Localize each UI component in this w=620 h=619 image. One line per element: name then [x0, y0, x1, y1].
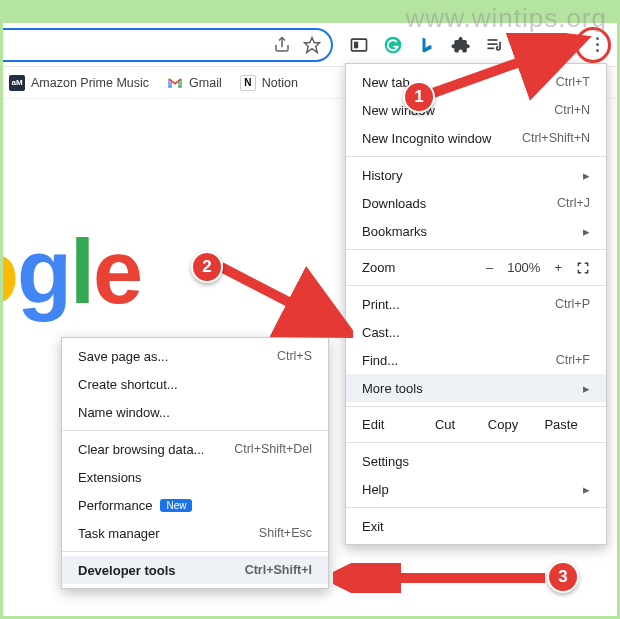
- address-bar[interactable]: [3, 28, 333, 62]
- share-icon[interactable]: [273, 36, 291, 54]
- menu-paste[interactable]: Paste: [532, 417, 590, 432]
- submenu-name-window[interactable]: Name window...: [62, 398, 328, 426]
- svg-rect-7: [522, 38, 537, 51]
- menu-print[interactable]: Print...Ctrl+P: [346, 290, 606, 318]
- menu-kebab-icon[interactable]: [585, 33, 609, 57]
- submenu-extensions[interactable]: Extensions: [62, 463, 328, 491]
- browser-toolbar: [3, 23, 617, 67]
- annotation-number-3: 3: [547, 561, 579, 593]
- menu-cast[interactable]: Cast...: [346, 318, 606, 346]
- svg-rect-2: [354, 41, 358, 48]
- submenu-developer-tools[interactable]: Developer toolsCtrl+Shift+I: [62, 556, 328, 584]
- menu-cut[interactable]: Cut: [416, 417, 474, 432]
- amazon-music-icon: aM: [9, 75, 25, 91]
- zoom-in-button[interactable]: +: [554, 260, 562, 275]
- zoom-out-button[interactable]: –: [486, 260, 493, 275]
- submenu-task-manager[interactable]: Task managerShift+Esc: [62, 519, 328, 547]
- notion-icon: N: [240, 75, 256, 91]
- menu-bookmarks[interactable]: Bookmarks▸: [346, 217, 606, 245]
- bookmark-star-icon[interactable]: [303, 36, 321, 54]
- menu-help[interactable]: Help▸: [346, 475, 606, 503]
- menu-new-tab[interactable]: New tabCtrl+T: [346, 68, 606, 96]
- new-badge: New: [160, 499, 192, 512]
- sidepanel-icon[interactable]: [517, 33, 541, 57]
- bookmark-label: Notion: [262, 76, 298, 90]
- extensions-puzzle-icon[interactable]: [449, 33, 473, 57]
- menu-downloads[interactable]: DownloadsCtrl+J: [346, 189, 606, 217]
- more-tools-submenu: Save page as...Ctrl+S Create shortcut...…: [61, 337, 329, 589]
- fullscreen-icon[interactable]: [576, 261, 590, 275]
- bookmark-amazon-prime[interactable]: aM Amazon Prime Music: [9, 75, 149, 91]
- grammarly-icon[interactable]: [381, 33, 405, 57]
- annotation-number-2: 2: [191, 251, 223, 283]
- menu-settings[interactable]: Settings: [346, 447, 606, 475]
- submenu-clear-data[interactable]: Clear browsing data...Ctrl+Shift+Del: [62, 435, 328, 463]
- menu-more-tools[interactable]: More tools▸: [346, 374, 606, 402]
- profile-avatar[interactable]: [551, 33, 575, 57]
- menu-edit-row: Edit Cut Copy Paste: [346, 411, 606, 438]
- menu-history[interactable]: History▸: [346, 161, 606, 189]
- playlist-icon[interactable]: [483, 33, 507, 57]
- chevron-right-icon: ▸: [583, 482, 590, 497]
- annotation-number-1: 1: [403, 81, 435, 113]
- svg-marker-0: [305, 37, 320, 52]
- zoom-value: 100%: [507, 260, 540, 275]
- google-logo: Google: [3, 221, 141, 324]
- chevron-right-icon: ▸: [583, 381, 590, 396]
- gmail-icon: [167, 75, 183, 91]
- bookmark-label: Amazon Prime Music: [31, 76, 149, 90]
- menu-new-window[interactable]: New windowCtrl+N: [346, 96, 606, 124]
- bing-icon[interactable]: [415, 33, 439, 57]
- menu-find[interactable]: Find...Ctrl+F: [346, 346, 606, 374]
- submenu-save-page[interactable]: Save page as...Ctrl+S: [62, 342, 328, 370]
- reader-icon[interactable]: [347, 33, 371, 57]
- zoom-label: Zoom: [362, 260, 395, 275]
- chevron-right-icon: ▸: [583, 224, 590, 239]
- svg-rect-1: [352, 39, 367, 51]
- bookmark-label: Gmail: [189, 76, 222, 90]
- chevron-right-icon: ▸: [583, 168, 590, 183]
- menu-copy[interactable]: Copy: [474, 417, 532, 432]
- bookmark-gmail[interactable]: Gmail: [167, 75, 222, 91]
- edit-label: Edit: [362, 417, 416, 432]
- menu-incognito[interactable]: New Incognito windowCtrl+Shift+N: [346, 124, 606, 152]
- chrome-main-menu: New tabCtrl+T New windowCtrl+N New Incog…: [345, 63, 607, 545]
- bookmark-notion[interactable]: N Notion: [240, 75, 298, 91]
- menu-exit[interactable]: Exit: [346, 512, 606, 540]
- submenu-performance[interactable]: PerformanceNew: [62, 491, 328, 519]
- menu-zoom: Zoom – 100% +: [346, 254, 606, 281]
- submenu-create-shortcut[interactable]: Create shortcut...: [62, 370, 328, 398]
